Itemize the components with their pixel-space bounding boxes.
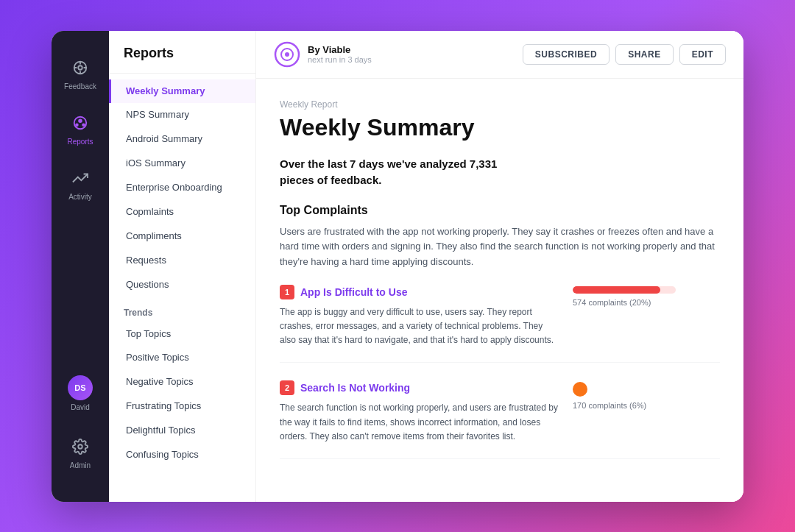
sidebar-item-frustrating-topics[interactable]: Frustrating Topics bbox=[109, 394, 255, 419]
complaint-count-1: 574 complaints (20%) bbox=[573, 298, 651, 307]
section-desc: Users are frustrated with the app not wo… bbox=[280, 224, 720, 270]
sidebar-item-ios-summary[interactable]: iOS Summary bbox=[109, 152, 255, 176]
david-label: David bbox=[71, 403, 90, 411]
viable-logo-icon bbox=[274, 41, 300, 68]
sidebar-item-compliments[interactable]: Compliments bbox=[109, 224, 255, 249]
svg-point-10 bbox=[78, 444, 82, 449]
top-bar: By Viable next run in 3 days SUBSCRIBED … bbox=[256, 31, 743, 79]
svg-point-13 bbox=[285, 52, 289, 57]
admin-label: Admin bbox=[70, 461, 91, 469]
section-heading: Top Complaints bbox=[280, 204, 720, 217]
avatar: DS bbox=[68, 375, 93, 400]
complaint-title-2: Search Is Not Working bbox=[300, 382, 410, 394]
report-label: Weekly Report bbox=[280, 99, 720, 110]
icon-nav: Feedback Reports Activity bbox=[52, 31, 109, 502]
nav-admin[interactable]: Admin bbox=[68, 429, 93, 475]
subscribed-button[interactable]: SUBSCRIBED bbox=[523, 44, 610, 65]
report-body: Weekly Report Weekly Summary Over the la… bbox=[256, 79, 743, 498]
nav-activity[interactable]: Activity bbox=[52, 156, 109, 211]
trends-section-label: Trends bbox=[109, 297, 255, 322]
nav-david[interactable]: DS David bbox=[68, 369, 93, 417]
brand-sub: next run in 3 days bbox=[308, 55, 372, 64]
complaint-num-2: 2 bbox=[280, 380, 294, 395]
feedback-icon bbox=[68, 56, 92, 79]
complaint-desc-2: The search function is not working prope… bbox=[280, 401, 561, 444]
complaint-title-1: App Is Difficult to Use bbox=[300, 286, 407, 298]
sidebar-item-complaints[interactable]: Copmlaints bbox=[109, 200, 255, 224]
gear-icon bbox=[68, 435, 92, 458]
report-title: Weekly Summary bbox=[280, 114, 720, 141]
share-button[interactable]: SHARE bbox=[615, 44, 674, 65]
sidebar-item-positive-topics[interactable]: Positive Topics bbox=[109, 346, 255, 370]
complaint-stats-1: 574 complaints (20%) bbox=[573, 285, 720, 348]
complaint-item-2: 2 Search Is Not Working The search funct… bbox=[280, 380, 720, 459]
sidebar-item-negative-topics[interactable]: Negative Topics bbox=[109, 370, 255, 394]
complaint-item-1: 1 App Is Difficult to Use The app is bug… bbox=[280, 285, 720, 363]
complaint-bar-1 bbox=[573, 286, 676, 294]
complaint-desc-1: The app is buggy and very difficult to u… bbox=[280, 305, 561, 348]
sidebar-item-nps-summary[interactable]: NPS Summary bbox=[109, 103, 255, 127]
sidebar-item-android-summary[interactable]: Android Summary bbox=[109, 127, 255, 152]
complaint-dot-2 bbox=[573, 382, 587, 397]
sidebar-item-top-topics[interactable]: Top Topics bbox=[109, 322, 255, 347]
feedback-label: Feedback bbox=[64, 82, 96, 91]
sidebar-item-requests[interactable]: Requests bbox=[109, 249, 255, 273]
svg-point-1 bbox=[78, 65, 82, 70]
reports-label: Reports bbox=[67, 138, 93, 146]
sidebar-item-enterprise-onboarding[interactable]: Enterprise Onboarding bbox=[109, 176, 255, 200]
svg-point-9 bbox=[82, 123, 85, 127]
svg-point-8 bbox=[75, 123, 79, 127]
reports-icon bbox=[68, 111, 92, 135]
top-bar-actions: SUBSCRIBED SHARE EDIT bbox=[523, 44, 726, 65]
sidebar: Reports Weekly Summary NPS Summary Andro… bbox=[109, 31, 256, 502]
complaint-num-1: 1 bbox=[280, 285, 294, 299]
sidebar-item-questions[interactable]: Questions bbox=[109, 273, 255, 297]
sidebar-item-weekly-summary[interactable]: Weekly Summary bbox=[109, 79, 255, 104]
edit-button[interactable]: EDIT bbox=[679, 44, 726, 65]
main-content: By Viable next run in 3 days SUBSCRIBED … bbox=[256, 31, 743, 502]
nav-reports[interactable]: Reports bbox=[52, 101, 109, 156]
svg-point-7 bbox=[78, 118, 82, 123]
complaint-count-2: 170 complaints (6%) bbox=[573, 401, 646, 410]
report-summary: Over the last 7 days we've analyzed 7,33… bbox=[280, 156, 720, 189]
complaint-stats-2: 170 complaints (6%) bbox=[573, 380, 720, 444]
sidebar-item-delightful-topics[interactable]: Delightful Topics bbox=[109, 419, 255, 443]
activity-icon bbox=[68, 166, 92, 190]
bar-fill-1 bbox=[573, 286, 660, 294]
avatar-initials: DS bbox=[74, 383, 85, 392]
sidebar-title: Reports bbox=[109, 46, 255, 74]
nav-feedback[interactable]: Feedback bbox=[52, 46, 109, 101]
brand-area: By Viable next run in 3 days bbox=[274, 41, 523, 68]
sidebar-item-confusing-topics[interactable]: Confusing Topics bbox=[109, 443, 255, 467]
brand-name: By Viable bbox=[308, 44, 372, 55]
activity-label: Activity bbox=[68, 193, 92, 201]
